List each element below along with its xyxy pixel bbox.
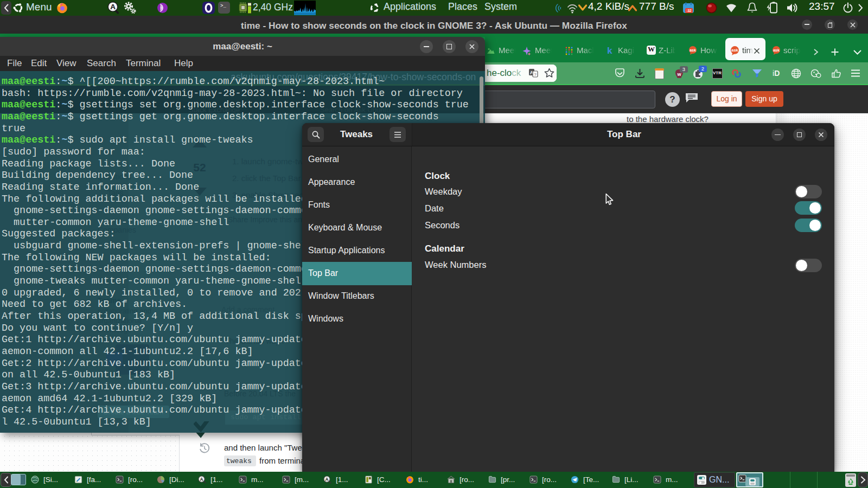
svg-text:A: A xyxy=(200,477,203,482)
svg-text::32: :32 xyxy=(686,9,692,12)
svg-text:ask: ask xyxy=(773,48,780,52)
svg-text:A: A xyxy=(326,477,329,482)
svg-text:ask: ask xyxy=(690,48,696,52)
svg-text:A: A xyxy=(110,3,116,11)
svg-text:ask: ask xyxy=(731,48,738,53)
svg-text:?: ? xyxy=(534,72,537,77)
